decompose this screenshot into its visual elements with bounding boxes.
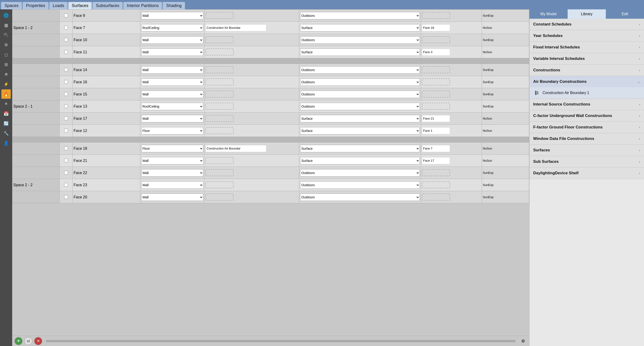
boundary-cond-cell[interactable]: OutdoorsSurfaceGround [299,143,421,155]
panel-section-header-fixed-interval-schedules[interactable]: Fixed Interval Schedules › [530,42,644,53]
boundary-cond-select[interactable]: OutdoorsSurfaceGround [300,181,420,189]
tab-loads[interactable]: Loads [49,2,68,9]
settings-gear-button[interactable]: ⚙ [519,337,527,345]
tab-properties[interactable]: Properties [22,2,49,9]
structure-icon-btn[interactable]: ⊞ [2,60,11,69]
surface-type-cell[interactable]: WallRoofCeilingFloor [140,9,204,22]
gear-small-icon-btn[interactable]: ⚙ [2,40,11,50]
hvac-icon-btn[interactable]: ❄ [2,70,11,79]
row-checkbox[interactable] [64,117,68,120]
surface-type-cell[interactable]: WallRoofCeilingFloor [140,155,204,167]
boundary-cond-cell[interactable]: OutdoorsSurfaceGround [299,46,421,58]
surface-type-select[interactable]: WallRoofCeilingFloor [141,78,203,86]
panel-section-header-constant-schedules[interactable]: Constant Schedules › [530,19,644,30]
boundary-cond-select[interactable]: OutdoorsSurfaceGround [300,91,420,98]
checkbox-cell[interactable] [60,100,72,113]
surface-type-cell[interactable]: WallRoofCeilingFloor [140,143,204,155]
panel-item-construction-air-boundary-1[interactable]: Construction Air Boundary 1 [530,88,644,98]
boundary-cond-cell[interactable]: OutdoorsSurfaceGround [299,167,421,179]
boundary-cond-select[interactable]: OutdoorsSurfaceGround [300,157,420,165]
checkbox-cell[interactable] [60,9,72,22]
row-checkbox[interactable] [64,80,68,84]
checkbox-cell[interactable] [60,191,72,203]
checkbox-cell[interactable] [60,22,72,34]
boundary-cond-cell[interactable]: OutdoorsSurfaceGround [299,76,421,88]
surface-type-select[interactable]: WallRoofCeilingFloor [141,12,203,19]
boundary-cond-cell[interactable]: OutdoorsSurfaceGround [299,34,421,46]
surface-type-cell[interactable]: WallRoofCeilingFloor [140,88,204,100]
panel-section-header-year-schedules[interactable]: Year Schedules › [530,30,644,41]
tab-surfaces[interactable]: Surfaces [68,2,92,9]
checkbox-cell[interactable] [60,76,72,88]
copy-row-button[interactable]: x2 [24,337,32,345]
surface-type-select[interactable]: WallRoofCeilingFloor [141,127,203,135]
panel-section-header-window-data-file[interactable]: Window Data File Constructions › [530,133,644,144]
surface-type-select[interactable]: WallRoofCeilingFloor [141,24,203,32]
surface-type-select[interactable]: WallRoofCeilingFloor [141,145,203,152]
surface-type-cell[interactable]: WallRoofCeilingFloor [140,46,204,58]
surface-type-select[interactable]: WallRoofCeilingFloor [141,157,203,165]
tab-interior-partitions[interactable]: Interior Partitions [123,2,162,9]
panel-section-header-daylighting[interactable]: DaylightingDevice Shelf › [530,168,644,179]
boundary-cond-select[interactable]: OutdoorsSurfaceGround [300,115,420,122]
row-checkbox[interactable] [64,104,68,108]
boundary-cond-cell[interactable]: OutdoorsSurfaceGround [299,113,421,125]
checkbox-cell[interactable] [60,179,72,191]
table-scroll[interactable]: Face 9 WallRoofCeilingFloor OutdoorsSurf… [12,9,529,336]
surface-type-cell[interactable]: WallRoofCeilingFloor [140,22,204,34]
tab-subsurfaces[interactable]: Subsurfaces [92,2,123,9]
panel-section-header-c-factor[interactable]: C-factor Underground Wall Constructions … [530,110,644,121]
boundary-cond-cell[interactable]: OutdoorsSurfaceGround [299,179,421,191]
right-tab-library[interactable]: Library [568,9,606,19]
surface-type-select[interactable]: WallRoofCeilingFloor [141,91,203,98]
schedule-icon-btn[interactable]: 📅 [2,109,11,118]
electric-icon-btn[interactable]: ⚡ [2,80,11,89]
checkbox-cell[interactable] [60,125,72,137]
surface-type-cell[interactable]: WallRoofCeilingFloor [140,64,204,76]
surface-type-cell[interactable]: WallRoofCeilingFloor [140,179,204,191]
add-row-button[interactable]: + [14,337,22,345]
boundary-cond-select[interactable]: OutdoorsSurfaceGround [300,103,420,110]
boundary-cond-select[interactable]: OutdoorsSurfaceGround [300,24,420,32]
right-tab-my-model[interactable]: My Model [530,9,568,19]
panel-section-header-air-boundary[interactable]: Air Boundary Constructions ⌄ [530,76,644,87]
globe-icon-btn[interactable]: 🌐 [2,11,11,20]
checkbox-cell[interactable] [60,88,72,100]
row-checkbox[interactable] [64,171,68,174]
row-checkbox[interactable] [64,183,68,187]
checkbox-cell[interactable] [60,64,72,76]
boundary-cond-cell[interactable]: OutdoorsSurfaceGround [299,9,421,22]
panel-section-header-internal-source[interactable]: Internal Source Constructions › [530,99,644,110]
wrench-icon-btn[interactable]: 🔧 [2,129,11,138]
plug-icon-btn[interactable]: 🔌 [2,30,11,40]
row-checkbox[interactable] [64,129,68,132]
boundary-cond-cell[interactable]: OutdoorsSurfaceGround [299,191,421,203]
panel-section-header-sub-surfaces[interactable]: Sub Surfaces › [530,156,644,167]
row-checkbox[interactable] [64,159,68,162]
checkbox-cell[interactable] [60,34,72,46]
boundary-cond-select[interactable]: OutdoorsSurfaceGround [300,193,420,201]
boundary-cond-cell[interactable]: OutdoorsSurfaceGround [299,100,421,113]
person-icon-btn[interactable]: 👤 [2,139,11,148]
boundary-cond-cell[interactable]: OutdoorsSurfaceGround [299,64,421,76]
checkbox-cell[interactable] [60,155,72,167]
surface-type-cell[interactable]: WallRoofCeilingFloor [140,76,204,88]
tab-shading[interactable]: Shading [162,2,185,9]
panel-section-header-f-factor[interactable]: F-factor Ground Floor Constructions › [530,122,644,133]
checkbox-cell[interactable] [60,167,72,179]
surface-type-cell[interactable]: WallRoofCeilingFloor [140,100,204,113]
sun-icon-btn[interactable]: ☀ [2,99,11,109]
boundary-cond-select[interactable]: OutdoorsSurfaceGround [300,78,420,86]
surface-type-select[interactable]: WallRoofCeilingFloor [141,48,203,56]
boundary-cond-select[interactable]: OutdoorsSurfaceGround [300,12,420,19]
checkbox-cell[interactable] [60,113,72,125]
surface-type-select[interactable]: WallRoofCeilingFloor [141,66,203,74]
boundary-cond-cell[interactable]: OutdoorsSurfaceGround [299,88,421,100]
right-tab-edit[interactable]: Edit [606,9,644,19]
row-checkbox[interactable] [64,68,68,72]
row-checkbox[interactable] [64,147,68,150]
checkbox-cell[interactable] [60,46,72,58]
boundary-cond-select[interactable]: OutdoorsSurfaceGround [300,48,420,56]
refresh-icon-btn[interactable]: 🔄 [2,119,11,128]
surface-type-select[interactable]: WallRoofCeilingFloor [141,181,203,189]
